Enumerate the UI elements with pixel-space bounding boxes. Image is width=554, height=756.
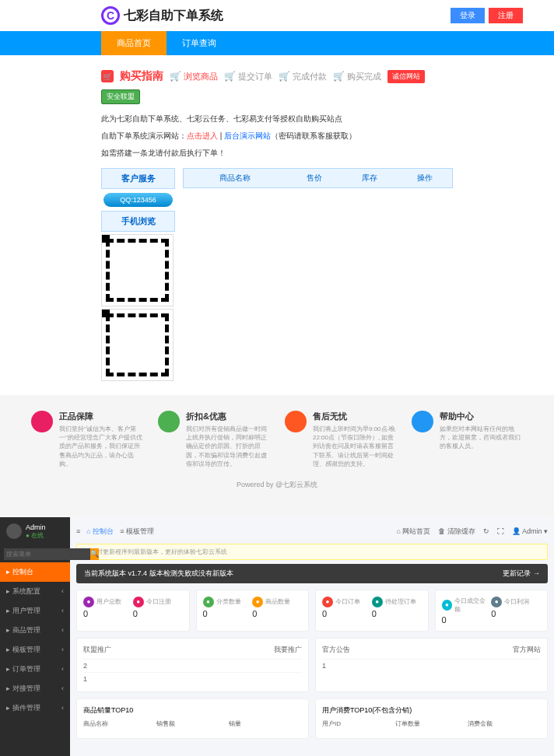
online-status: ● 在线 [26, 531, 46, 540]
security-badge: 安全联盟 [101, 89, 140, 104]
clear-cache[interactable]: 🗑 清除缓存 [438, 527, 475, 537]
admin-demo-link[interactable]: 后台演示网站 [224, 131, 271, 140]
menu-3[interactable]: ▸ 商品管理‹ [0, 621, 70, 640]
step-pay: 完成付款 [293, 71, 327, 82]
table-col: 消费金额 [468, 719, 541, 728]
table-col: 商品名称 [83, 719, 156, 728]
logo-icon: C [101, 6, 120, 25]
qr-code-1 [101, 234, 174, 306]
register-button[interactable]: 注册 [489, 8, 523, 23]
info-desc: 我们对所有促销商品做一时间上线并执行促销，同时标明正确品定价的原因、打折的原因，… [186, 425, 269, 468]
changelog-link[interactable]: 更新记录 → [503, 569, 540, 579]
qq-button[interactable]: QQ:123456 [103, 193, 173, 207]
nav-orders[interactable]: 订单查询 [167, 31, 232, 55]
panel-row: 1 [322, 659, 541, 672]
stat-value: 0 [252, 609, 302, 618]
logo: C 七彩自助下单系统 [101, 6, 223, 25]
menu-toggle-icon[interactable]: ≡ [76, 527, 80, 535]
mobile-browse-head: 手机浏览 [101, 211, 175, 232]
search-input[interactable] [4, 548, 90, 560]
purchase-guide: 🛒 购买指南 🛒浏览商品 🛒提交订单 🛒完成付款 🛒购买完成 诚信网站 安全联盟 [101, 63, 453, 110]
user-menu[interactable]: 👤 Admin ▾ [512, 527, 548, 535]
stat-value: 0 [322, 609, 372, 618]
menu-5[interactable]: ▸ 订单管理‹ [0, 660, 70, 679]
footer-info: 正品保障 我们坚持"诚信为本、客户第一"的经营理念广大客户提供优质的产品和服务，… [0, 395, 554, 517]
info-icon [158, 411, 180, 432]
info-title: 帮助中心 [440, 411, 523, 422]
table-title: 用户消费TOP10(不包含分销) [322, 705, 541, 716]
header: C 七彩自助下单系统 登录 注册 [0, 0, 554, 31]
nav-home[interactable]: 商品首页 [101, 31, 167, 55]
avatar [6, 523, 22, 539]
stat-value: 0 [133, 609, 183, 618]
step-done: 购买完成 [347, 71, 381, 82]
table-panel: 商品销量TOP10 商品名称销售额销量 [76, 698, 309, 739]
info-title: 折扣&优惠 [186, 411, 269, 422]
step-browse: 浏览商品 [184, 71, 218, 82]
panel-row: 1 [83, 672, 302, 685]
panel-title: 官方公告 [322, 645, 350, 655]
menu-7[interactable]: ▸ 插件管理‹ [0, 698, 70, 718]
customer-service-head: 客户服务 [101, 168, 175, 189]
admin-topbar: ≡ ⌂ 控制台 ≡ 模板管理 ⌂ 网站首页 🗑 清除缓存 ↻ ⛶ 👤 Admin… [76, 523, 548, 540]
admin-user: Admin ● 在线 [0, 517, 70, 546]
breadcrumb-home[interactable]: ⌂ 控制台 [86, 527, 114, 537]
stat-card: ●分类数量 0 ●商品数量 0 [196, 590, 310, 632]
refresh-icon[interactable]: ↻ [483, 527, 489, 535]
panel: 联盟推广我要推广 21 [76, 638, 309, 692]
stat-label: 今日成交金额 [454, 597, 491, 614]
logo-text: 七彩自助下单系统 [124, 8, 223, 24]
version-bar: 当前系统版本 v1.7.4 版本检测失败或没有新版本 更新记录 → [76, 564, 548, 583]
powered-by: Powered by @七彩云系统 [31, 468, 523, 502]
cart-icon: 🛒 [101, 70, 114, 82]
info-col: 正品保障 我们坚持"诚信为本、客户第一"的经营理念广大客户提供优质的产品和服务，… [31, 411, 142, 468]
table-col: 销售额 [156, 719, 230, 728]
menu-2[interactable]: ▸ 用户管理‹ [0, 601, 70, 621]
search-button[interactable]: 🔍 [90, 548, 99, 560]
table-col: 用户ID [322, 719, 395, 728]
qr-code-2 [101, 309, 174, 381]
table-title: 商品销量TOP10 [83, 705, 302, 716]
info-desc: 如果您对本网站有任何的地方，欢迎留意，咨询或者我们的客服人员。 [440, 425, 523, 451]
stat-value: 0 [372, 609, 422, 618]
stat-value: 0 [203, 609, 253, 618]
site-link[interactable]: ⌂ 网站首页 [397, 527, 431, 537]
panel-link[interactable]: 我要推广 [274, 645, 302, 655]
demo-link[interactable]: 点击进入 [187, 131, 218, 140]
panel-title: 联盟推广 [83, 645, 111, 655]
panel-link[interactable]: 官方网站 [513, 645, 541, 655]
version-text: 当前系统版本 v1.7.4 版本检测失败或没有新版本 [84, 569, 233, 579]
menu-0[interactable]: ▸ 控制台 [0, 562, 70, 582]
notice-line-1: 此为七彩自助下单系统、七彩云任务、七彩易支付等授权自助购买站点 [101, 110, 453, 128]
menu-6[interactable]: ▸ 对接管理‹ [0, 679, 70, 698]
stat-label: 商品数量 [265, 597, 290, 606]
trust-badge: 诚信网站 [387, 70, 425, 83]
info-title: 售后无忧 [313, 411, 396, 422]
th-action: 操作 [397, 169, 452, 187]
stat-value: 0 [442, 615, 492, 625]
login-button[interactable]: 登录 [451, 8, 485, 23]
info-icon [285, 411, 307, 432]
step-submit: 提交订单 [238, 71, 272, 82]
update-alert: ⚠ 及时更新程序到最新版本，更好的体验七彩云系统 [76, 544, 548, 560]
stat-value: 0 [491, 609, 541, 618]
info-icon [31, 411, 53, 432]
info-col: 售后无忧 我们将上班时间为早9:00点-晚22:00点（节假日除外）, 如贵到访… [285, 411, 396, 468]
stat-value: 0 [83, 609, 133, 618]
panel: 官方公告官方网站 1 [315, 638, 548, 692]
info-desc: 我们坚持"诚信为本、客户第一"的经营理念广大客户提供优质的产品和服务，我们保证所… [59, 425, 142, 468]
table-panel: 用户消费TOP10(不包含分销) 用户ID订单数量消费金额 [315, 698, 548, 739]
table-col: 销量 [229, 719, 302, 728]
panel-row: 2 [83, 659, 302, 672]
info-icon [412, 411, 433, 432]
stat-label: 今日利润 [504, 597, 529, 606]
menu-4[interactable]: ▸ 模板管理‹ [0, 640, 70, 660]
menu-1[interactable]: ▸ 系统配置‹ [0, 582, 70, 601]
info-desc: 我们将上班时间为早9:00点-晚22:00点（节假日除外）, 如贵到访贵在问及时… [313, 425, 396, 468]
notice-line-2: 自助下单系统演示网站：点击进入 | 后台演示网站（密码请联系客服获取） [101, 128, 453, 145]
fullscreen-icon[interactable]: ⛶ [497, 527, 504, 535]
stat-label: 今日订单 [335, 597, 360, 606]
table-col: 订单数量 [395, 719, 468, 728]
info-title: 正品保障 [59, 411, 142, 422]
navbar: 商品首页 订单查询 [0, 31, 554, 55]
